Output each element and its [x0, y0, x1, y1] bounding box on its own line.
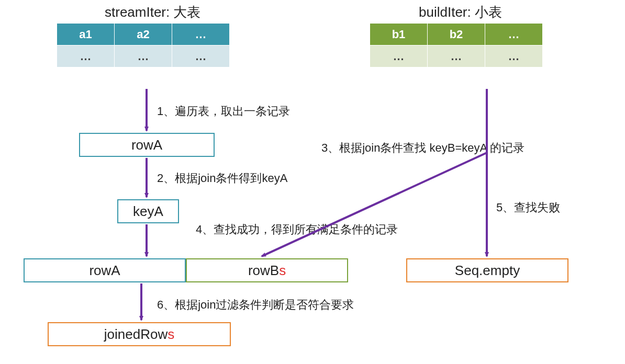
rowA-label-1: rowA	[131, 137, 162, 153]
step-2-label: 2、根据join条件得到keyA	[157, 170, 287, 186]
seq-empty-box: Seq.empty	[406, 258, 568, 282]
stream-h3: …	[172, 24, 230, 46]
step-4-label: 4、查找成功，得到所有满足条件的记录	[196, 222, 398, 237]
keyA-box: keyA	[117, 199, 179, 223]
rowBs-label: rowBs	[248, 263, 286, 279]
step-5-label: 5、查找失败	[496, 200, 560, 215]
keyA-label: keyA	[133, 203, 163, 220]
stream-table: a1 a2 … … … …	[57, 23, 230, 67]
stream-h1: a1	[57, 24, 115, 46]
stream-h2: a2	[115, 24, 172, 46]
rowBs-box: rowBs	[186, 258, 348, 282]
arrow-4	[262, 153, 487, 256]
stream-c1: …	[57, 46, 115, 67]
build-h1: b1	[370, 24, 428, 46]
build-h3: …	[485, 24, 543, 46]
rowA-box-1: rowA	[79, 133, 215, 157]
build-c3: …	[485, 46, 543, 67]
rowA-label-2: rowA	[89, 263, 120, 279]
build-c2: …	[428, 46, 485, 67]
seq-empty-label: Seq.empty	[455, 263, 520, 279]
stream-c2: …	[115, 46, 172, 67]
step-3-label: 3、根据join条件查找 keyB=keyA 的记录	[321, 140, 524, 156]
step-6-label: 6、根据join过滤条件判断是否符合要求	[157, 297, 354, 313]
step-1-label: 1、遍历表，取出一条记录	[157, 104, 290, 119]
build-table: b1 b2 … … … …	[370, 23, 543, 67]
stream-c3: …	[172, 46, 230, 67]
rowA-box-2: rowA	[24, 258, 186, 282]
build-h2: b2	[428, 24, 485, 46]
stream-title: streamIter: 大表	[105, 3, 200, 21]
build-title: buildIter: 小表	[419, 3, 502, 21]
build-c1: …	[370, 46, 428, 67]
joined-rows-label: joinedRows	[104, 326, 174, 343]
joined-rows-box: joinedRows	[48, 322, 231, 346]
